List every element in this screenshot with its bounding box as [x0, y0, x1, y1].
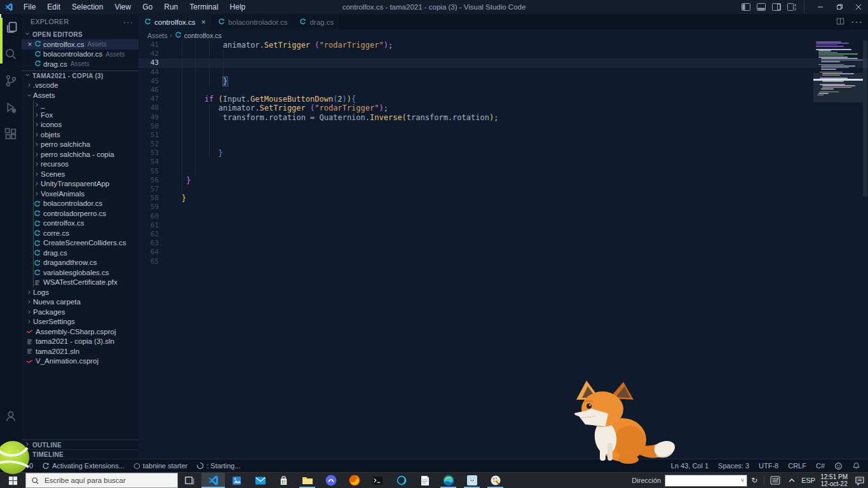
taskbar-store-icon[interactable] [272, 473, 295, 488]
code-line-65[interactable]: 65 [139, 257, 868, 266]
code-line-47[interactable]: 47if (Input.GetMouseButtonDown(2)){ [139, 95, 868, 104]
tree-item[interactable]: Fox [22, 110, 139, 120]
code-line-53[interactable]: 53} [139, 149, 868, 158]
tree-item[interactable]: WSATestCertificate.pfx [22, 278, 139, 288]
status-item[interactable]: tabnine starter [133, 462, 187, 470]
tree-item[interactable]: UserSettings [22, 317, 139, 327]
open-editor-item[interactable]: bolacontrolador.csAssets [22, 50, 139, 60]
close-icon[interactable]: ✕ [25, 41, 34, 48]
clock[interactable]: 12:51 PM 12-oct-22 [817, 473, 851, 487]
tree-item[interactable]: variablesglobales.cs [22, 268, 139, 278]
tree-item[interactable]: tama2021.sln [22, 346, 139, 356]
code-line-58[interactable]: 58} [139, 194, 868, 203]
taskbar-notepad-icon[interactable] [413, 473, 437, 488]
menu-help[interactable]: Help [224, 0, 252, 14]
toggle-panel-icon[interactable] [754, 1, 768, 13]
tree-item[interactable]: .vscode [22, 81, 139, 91]
tree-item[interactable]: VoxelAnimals [22, 189, 139, 199]
code-line-61[interactable]: 61 [139, 221, 868, 230]
menu-file[interactable]: File [18, 0, 41, 14]
code-line-51[interactable]: 51 [139, 131, 868, 140]
activity-search-icon[interactable] [0, 41, 22, 67]
taskbar-husky-icon[interactable] [460, 473, 484, 488]
toggle-sidebar-icon[interactable] [739, 1, 753, 13]
tree-item[interactable]: perro salchicha - copia [22, 149, 139, 159]
status-language[interactable]: C# [816, 462, 825, 470]
code-line-54[interactable]: 54 [139, 158, 868, 166]
tree-item[interactable]: perro salchicha [22, 140, 139, 150]
code-line-49[interactable]: 49transform.rotation = Quaternion.Invers… [139, 113, 868, 122]
code-line-45[interactable]: 45} [139, 77, 868, 86]
code-editor[interactable]: 41animator.SetTrigger ("rodarTrigger");4… [139, 41, 868, 459]
open-editors-header[interactable]: OPEN EDITORS [22, 29, 139, 39]
tree-item[interactable]: V_Animation.csproj [22, 356, 139, 367]
minimize-button[interactable] [811, 0, 830, 14]
tree-item[interactable]: Logs [22, 287, 139, 297]
code-line-55[interactable]: 55 [139, 167, 868, 176]
editor-more-actions-icon[interactable]: ··· [851, 17, 863, 28]
code-line-62[interactable]: 62 [139, 230, 868, 239]
code-line-46[interactable]: 46 [139, 86, 868, 95]
split-editor-icon[interactable] [836, 17, 844, 28]
code-line-59[interactable]: 59 [139, 203, 868, 212]
code-line-64[interactable]: 64 [139, 248, 868, 257]
action-center-icon[interactable] [851, 476, 868, 485]
code-line-42[interactable]: 42 [139, 50, 868, 58]
tree-item[interactable]: Assembly-CSharp.csproj [22, 327, 139, 337]
menu-selection[interactable]: Selection [66, 0, 109, 14]
menu-go[interactable]: Go [137, 0, 158, 14]
menu-view[interactable]: View [109, 0, 137, 14]
taskbar-paint-icon[interactable] [484, 473, 507, 488]
feedback-icon[interactable] [834, 462, 843, 470]
code-line-56[interactable]: 56} [139, 176, 868, 185]
chevron-down-icon[interactable]: ˅ [738, 477, 747, 484]
status-eol[interactable]: CRLF [788, 462, 806, 470]
taskbar-taskview-icon[interactable] [178, 473, 201, 488]
tree-item[interactable]: drag.cs [22, 248, 139, 258]
tree-item[interactable]: dragandthrow.cs [22, 258, 139, 268]
menu-terminal[interactable]: Terminal [184, 0, 224, 14]
tree-item[interactable]: Scenes [22, 169, 139, 179]
tree-item[interactable]: bolacontrolador.cs [22, 199, 139, 209]
tab-controlfox.cs[interactable]: controlfox.cs✕ [139, 14, 212, 30]
taskbar-edge-icon[interactable] [437, 473, 460, 488]
tree-item[interactable]: Nueva carpeta [22, 297, 139, 308]
menu-edit[interactable]: Edit [41, 0, 66, 14]
activity-accounts-icon[interactable] [0, 403, 22, 430]
timeline-header[interactable]: TIMELINE [22, 449, 139, 459]
tree-item[interactable]: recursos [22, 159, 139, 170]
taskbar-photos-icon[interactable] [225, 473, 248, 488]
open-editor-item[interactable]: ✕controlfox.csAssets [22, 39, 139, 50]
code-line-63[interactable]: 63 [139, 239, 868, 248]
tree-item[interactable]: CreateScreenColliders.cs [22, 238, 139, 248]
code-line-43[interactable]: 43 [139, 58, 868, 67]
restore-button[interactable] [830, 0, 849, 14]
code-line-41[interactable]: 41animator.SetTrigger ("rodarTrigger"); [139, 41, 868, 50]
tab-bolacontrolador.cs[interactable]: bolacontrolador.cs [212, 14, 294, 30]
address-input[interactable]: ˅ [665, 475, 747, 487]
taskbar-discord-icon[interactable] [319, 473, 342, 488]
breadcrumb-file[interactable]: controlfox.cs [184, 32, 222, 39]
customize-layout-icon[interactable] [785, 1, 799, 13]
taskbar-alexa-icon[interactable] [390, 473, 413, 488]
open-editor-item[interactable]: drag.csAssets [22, 59, 139, 69]
tree-item[interactable]: UnityTransparentApp [22, 179, 139, 189]
activity-run-debug-icon[interactable] [0, 94, 22, 121]
taskbar-vscode-icon[interactable] [201, 473, 225, 488]
taskbar-firefox-icon[interactable] [342, 473, 366, 488]
taskbar-mail-icon[interactable] [248, 473, 272, 488]
editor-scrollbar[interactable] [862, 41, 868, 459]
tree-item[interactable]: corre.cs [22, 228, 139, 238]
tree-item[interactable]: controlfox.cs [22, 219, 139, 229]
activity-source-control-icon[interactable] [0, 67, 22, 94]
tree-item[interactable]: tama2021 - copia (3).sln [22, 337, 139, 347]
taskbar-cmd-icon[interactable] [366, 473, 390, 488]
tree-item[interactable]: controladorperro.cs [22, 208, 139, 219]
language-indicator[interactable]: ESP [800, 477, 817, 484]
status-item[interactable]: Activating Extensions... [42, 462, 125, 470]
activity-files-icon[interactable] [0, 14, 22, 41]
activity-extensions-icon[interactable] [0, 121, 22, 147]
minimap[interactable] [815, 41, 862, 459]
close-button[interactable] [849, 0, 868, 14]
taskbar-explorer-icon[interactable] [295, 473, 319, 488]
